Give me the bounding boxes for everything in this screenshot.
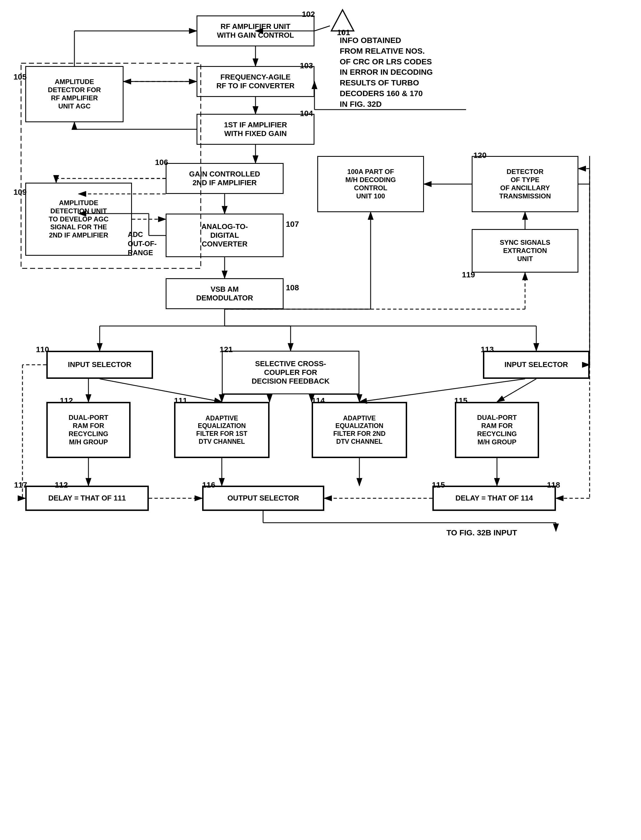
box-delay-l: DELAY = THAT OF 111 [25,486,149,511]
box-adc: ANALOG-TO-DIGITALCONVERTER [166,213,283,257]
box-dp-ram-l: DUAL-PORTRAM FORRECYCLINGM/H GROUP [46,402,130,458]
box-rf-amp: RF AMPLIFIER UNITWITH GAIN CONTROL [196,15,314,46]
box-mh-decode: 100A PART OFM/H DECODINGCONTROLUNIT 100 [317,156,424,212]
note-info: INFO OBTAINEDFROM RELATIVE NOS.OF CRC OR… [340,35,433,110]
lbl-112: 112 [60,396,73,405]
svg-line-45 [497,379,536,402]
svg-line-4 [314,26,330,31]
lbl-111: 111 [174,396,187,405]
box-vsb: VSB AMDEMODULATOR [166,278,283,309]
box-freq-agile: FREQUENCY-AGILERF TO IF CONVERTER [196,66,314,97]
lbl-119: 119 [462,270,475,279]
lbl-109: 109 [13,188,27,197]
diagram: RF AMPLIFIER UNITWITH GAIN CONTROL 101 1… [0,0,641,840]
svg-marker-0 [331,10,354,31]
lbl-102: 102 [302,10,315,19]
box-delay-r: DELAY = THAT OF 114 [432,486,556,511]
lbl-116: 116 [202,481,215,489]
lbl-115: 115 [454,396,467,405]
box-input-sel-r: INPUT SELECTOR [483,351,589,379]
lbl-to-fig: TO FIG. 32B INPUT [446,528,517,537]
lbl-121: 121 [219,345,233,354]
lbl-105: 105 [13,73,27,81]
lbl-113: 113 [481,345,494,354]
box-adap-eq-1: ADAPTIVEEQUALIZATIONFILTER FOR 1STDTV CH… [174,402,269,458]
lbl-120: 120 [474,151,486,160]
lbl-104: 104 [300,109,313,118]
lbl-adc-oor: ADCOUT-OF-RANGE [128,230,157,257]
lbl-103: 103 [300,61,313,70]
box-amp-det-rf: AMPLITUDEDETECTOR FORRF AMPLIFIERUNIT AG… [25,66,124,122]
box-sel-cross: SELECTIVE CROSS-COUPLER FORDECISION FEED… [222,351,359,394]
lbl-117: 117 [14,481,27,489]
lbl-112b: 112 [55,481,68,489]
box-sync-sig: SYNC SIGNALSEXTRACTIONUNIT [472,229,578,273]
lbl-114: 114 [312,396,325,405]
box-out-sel: OUTPUT SELECTOR [202,486,324,511]
lbl-107: 107 [286,220,299,229]
lbl-115b: 115 [432,481,445,489]
lbl-106: 106 [155,158,168,167]
lbl-110: 110 [36,345,49,354]
box-gain-ctrl: GAIN CONTROLLED2ND IF AMPLIFIER [166,163,283,194]
lbl-118: 118 [547,481,560,489]
box-amp-det-2nd: AMPLITUDEDETECTION UNITTO DEVELOP AGCSIG… [25,183,132,256]
svg-line-44 [100,379,222,402]
box-adap-eq-2: ADAPTIVEEQUALIZATIONFILTER FOR 2NDDTV CH… [312,402,407,458]
box-dp-ram-r: DUAL-PORTRAM FORRECYCLINGM/H GROUP [455,402,539,458]
box-det-type: DETECTOROF TYPEOF ANCILLARYTRANSMISSION [472,156,578,212]
lbl-108: 108 [286,283,299,292]
box-input-sel-l: INPUT SELECTOR [46,351,153,379]
box-if-amp: 1ST IF AMPLIFIERWITH FIXED GAIN [196,114,314,145]
svg-line-46 [359,379,525,402]
